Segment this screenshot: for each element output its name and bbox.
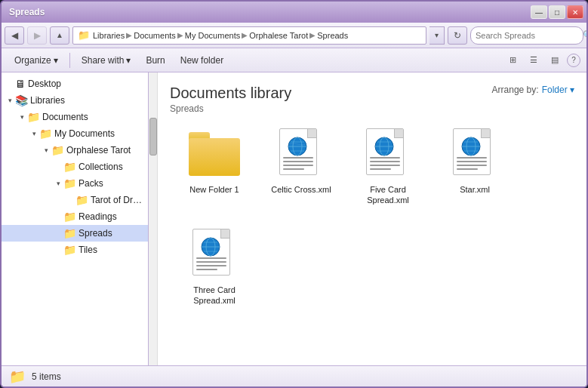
sidebar-item-readings[interactable]: 📁 Readings: [2, 208, 148, 225]
libraries-icon: 📚: [15, 94, 28, 106]
nav-scrollbar[interactable]: [149, 72, 158, 365]
title-bar: Spreads — □ ✕: [2, 2, 586, 23]
file-label: Five Card Spread.xml: [350, 184, 426, 206]
folder-body: [189, 138, 240, 176]
xml-icon-wrap: [361, 127, 415, 181]
xml-line: [370, 165, 400, 166]
xml-line: [196, 269, 217, 270]
new-folder-button[interactable]: New folder: [174, 51, 230, 69]
up-button[interactable]: ▲: [50, 26, 69, 45]
nav-pane[interactable]: 🖥 Desktop ▾ 📚 Libraries ▾ 📁 Documents ▾: [2, 72, 149, 365]
sidebar-item-packs[interactable]: ▾ 📁 Packs: [2, 175, 148, 192]
crumb-sep-3: ▶: [242, 31, 248, 39]
maximize-button[interactable]: □: [549, 5, 565, 19]
close-button[interactable]: ✕: [567, 5, 583, 19]
file-item-celticross[interactable]: Celtic Cross.xml: [260, 120, 343, 213]
sidebar-item-tiles[interactable]: 📁 Tiles: [2, 242, 148, 258]
sidebar-item-label: Libraries: [30, 95, 65, 106]
search-input[interactable]: [476, 31, 580, 40]
xml-globe: [286, 135, 309, 158]
sidebar-item-label: Packs: [79, 178, 103, 189]
file-label: Celtic Cross.xml: [271, 184, 331, 195]
crumb-documents: Documents: [134, 31, 176, 40]
status-item-count: 5 items: [32, 371, 61, 382]
forward-button[interactable]: ▶: [27, 26, 47, 45]
folder-icon-wrap: [187, 127, 242, 181]
arrange-label: Arrange by:: [492, 85, 539, 95]
burn-button[interactable]: Burn: [139, 51, 171, 69]
crumb-spreads: Spreads: [317, 31, 348, 40]
address-dropdown-button[interactable]: ▾: [429, 26, 445, 45]
file-item-star[interactable]: Star.xml: [433, 120, 516, 213]
sidebar-item-tarot-of-dreams[interactable]: 📁 Tarot of Dreams: [2, 192, 148, 208]
documents-icon: 📁: [27, 111, 40, 123]
packs-icon: 📁: [63, 177, 76, 189]
folder-icon: 📁: [78, 29, 90, 41]
file-item-newfolder1[interactable]: New Folder 1: [173, 120, 256, 213]
sidebar-item-mydocuments[interactable]: ▾ 📁 My Documents: [2, 125, 148, 142]
xml-line: [370, 161, 400, 162]
file-grid: New Folder 1: [170, 117, 574, 316]
xml-line: [283, 168, 304, 170]
sidebar-item-label: Documents: [42, 112, 88, 122]
address-box[interactable]: 📁 Libraries ▶ Documents ▶ My Documents ▶…: [72, 26, 426, 45]
search-icon[interactable]: 🔍: [583, 30, 588, 40]
view-details-button[interactable]: ▤: [546, 51, 564, 69]
xml-lines: [370, 157, 400, 170]
organize-arrow: ▾: [54, 55, 58, 66]
expand-arrow: [53, 211, 63, 222]
sidebar-item-orphalese[interactable]: ▾ 📁 Orphalese Tarot: [2, 142, 148, 159]
expand-arrow: [65, 195, 75, 205]
crumb-sep-1: ▶: [126, 31, 132, 39]
file-item-threecard[interactable]: Three Card Spread.xml: [173, 220, 256, 313]
xml-icon: [192, 229, 236, 280]
xml-icon-wrap: [448, 127, 502, 181]
sidebar-item-label: Tarot of Dreams: [91, 195, 145, 205]
file-item-fivecard[interactable]: Five Card Spread.xml: [346, 120, 429, 213]
content-pane: Documents library Spreads Arrange by: Fo…: [158, 72, 586, 365]
view-small-icon-button[interactable]: ⊞: [503, 51, 522, 69]
sidebar-item-documents[interactable]: ▾ 📁 Documents: [2, 109, 148, 125]
xml-line: [370, 168, 391, 170]
xml-line: [370, 157, 400, 159]
xml-icon: [453, 128, 497, 180]
crumb-sep-4: ▶: [309, 31, 316, 39]
sidebar-item-collections[interactable]: 📁 Collections: [2, 159, 148, 175]
library-title: Documents library: [170, 85, 291, 102]
expand-arrow: ▾: [41, 145, 51, 156]
help-button[interactable]: ?: [567, 54, 580, 67]
share-arrow: ▾: [126, 55, 131, 66]
title-bar-controls: — □ ✕: [531, 5, 583, 19]
xml-line: [457, 161, 487, 162]
expand-arrow: [53, 228, 63, 239]
expand-arrow: ▾: [29, 128, 39, 139]
arrange-dropdown-icon: ▾: [570, 85, 574, 95]
sidebar-item-desktop[interactable]: 🖥 Desktop: [2, 75, 148, 92]
xml-line: [283, 157, 313, 159]
arrange-value[interactable]: Folder ▾: [542, 85, 574, 95]
xml-lines: [457, 157, 487, 170]
crumb-mydocuments: My Documents: [185, 31, 240, 40]
scrollbar-thumb[interactable]: [149, 118, 157, 156]
sidebar-item-label: Spreads: [79, 228, 112, 239]
content-header: Documents library Spreads Arrange by: Fo…: [170, 85, 574, 114]
sidebar-item-spreads[interactable]: 📁 Spreads: [2, 225, 148, 242]
tarot-icon: 📁: [75, 194, 88, 206]
share-with-button[interactable]: Share with ▾: [75, 51, 138, 69]
refresh-button[interactable]: ↻: [448, 26, 467, 45]
readings-icon: 📁: [63, 211, 76, 223]
expand-arrow: [5, 79, 15, 89]
tiles-icon: 📁: [63, 244, 76, 256]
back-button[interactable]: ◀: [5, 26, 24, 45]
organize-button[interactable]: Organize ▾: [8, 51, 65, 69]
globe-svg: [373, 135, 396, 158]
sidebar-item-libraries[interactable]: ▾ 📚 Libraries: [2, 92, 148, 109]
spreads-icon: 📁: [63, 227, 76, 239]
sidebar-item-label: Desktop: [28, 79, 61, 89]
xml-line: [196, 257, 226, 259]
crumb-orphalese: Orphalese Tarot: [249, 31, 308, 40]
new-folder-label: New folder: [180, 55, 223, 66]
minimize-button[interactable]: —: [531, 5, 547, 19]
view-list-button[interactable]: ☰: [525, 51, 543, 69]
sidebar-item-label: Tiles: [79, 245, 97, 255]
